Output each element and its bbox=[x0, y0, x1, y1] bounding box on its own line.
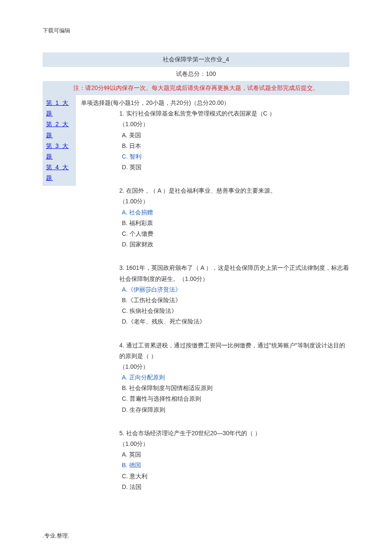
total-score-label: 试卷总分：100 bbox=[43, 67, 349, 81]
option-c[interactable]: C. 疾病社会保险法》 bbox=[119, 306, 349, 316]
question-text: 5. 社会市场经济理论产生于20世纪20—30年代的（ ） bbox=[119, 428, 349, 439]
question-text: 3. 1601年，英国政府颁布了（ A ），这是社会保障历史上第一个正式法律制度… bbox=[119, 263, 349, 273]
main-content: 单项选择题(每小题1分，20小题，共20分)（总分20.00） 1. 实行社会保… bbox=[76, 95, 349, 505]
option-c[interactable]: C. 普遍性与选择性相结合原则 bbox=[119, 393, 349, 404]
sidebar-link-4[interactable]: 第 4 大题 bbox=[43, 162, 76, 183]
option-b[interactable]: B. 德国 bbox=[119, 460, 349, 471]
option-a[interactable]: A. 正向分配原则 bbox=[119, 372, 349, 383]
option-d[interactable]: D. 国家财政 bbox=[119, 239, 349, 250]
option-a[interactable]: A. 美国 bbox=[119, 130, 349, 141]
option-d[interactable]: D.《老年、残疾、死亡保险法》 bbox=[119, 316, 349, 327]
option-d[interactable]: D. 英国 bbox=[119, 162, 349, 173]
question-2: 2. 在国外，（ A ）是社会福利事业、慈善事业的主要来源。 （1.00分） A… bbox=[119, 185, 349, 250]
header-label: 下载可编辑 bbox=[43, 26, 349, 35]
sidebar-link-1[interactable]: 第 1 大题 bbox=[43, 98, 76, 119]
option-b[interactable]: B. 福利彩票 bbox=[119, 218, 349, 228]
notice-text: 注：请20分钟以内保存一次。每大题完成后请先保存再更换大题，试卷试题全部完成后提… bbox=[43, 81, 349, 95]
section-title: 单项选择题(每小题1分，20小题，共20分)（总分20.00） bbox=[81, 95, 349, 108]
question-3: 3. 1601年，英国政府颁布了（ A ），这是社会保障历史上第一个正式法律制度… bbox=[119, 263, 349, 327]
question-5: 5. 社会市场经济理论产生于20世纪20—30年代的（ ） （1.00分） A.… bbox=[119, 428, 349, 492]
question-nav-sidebar: 第 1 大题 第 2 大题 第 3 大题 第 4 大题 bbox=[43, 95, 76, 186]
question-4: 4. 通过工资累进税，通过按缴费工资同一比例缴费，通过"统筹账户"等制度设计达目… bbox=[119, 340, 349, 415]
option-c[interactable]: C. 意大利 bbox=[119, 471, 349, 482]
option-d[interactable]: D. 法国 bbox=[119, 482, 349, 492]
question-score: （1.00分） bbox=[119, 196, 349, 207]
option-a[interactable]: A. 英国 bbox=[119, 449, 349, 460]
question-text: 1. 实行社会保障基金私营竞争管理模式的代表国家是（C ） bbox=[119, 108, 349, 119]
exam-title: 社会保障学第一次作业_4 bbox=[43, 52, 349, 66]
option-c[interactable]: C. 智利 bbox=[119, 151, 349, 162]
option-c[interactable]: C. 个人缴费 bbox=[119, 228, 349, 239]
question-score: 社会保障制度的诞生。（1.00分） bbox=[119, 274, 349, 284]
option-d[interactable]: D. 生存保障原则 bbox=[119, 405, 349, 415]
footer-text: .专业.整理. bbox=[43, 531, 349, 541]
question-text: 2. 在国外，（ A ）是社会福利事业、慈善事业的主要来源。 bbox=[119, 185, 349, 196]
question-text: 4. 通过工资累进税，通过按缴费工资同一比例缴费，通过"统筹账户"等制度设计达目… bbox=[119, 340, 349, 361]
question-1: 1. 实行社会保障基金私营竞争管理模式的代表国家是（C ） （1.00分） A.… bbox=[119, 108, 349, 173]
option-b[interactable]: B. 社会保障制度与国情相适应原则 bbox=[119, 383, 349, 393]
option-a[interactable]: A.《伊丽莎白济贫法》 bbox=[119, 284, 349, 295]
question-score: （1.00分） bbox=[119, 361, 349, 372]
question-score: （1.00分） bbox=[119, 119, 349, 130]
option-a[interactable]: A. 社会捐赠 bbox=[119, 207, 349, 218]
sidebar-link-3[interactable]: 第 3 大题 bbox=[43, 141, 76, 162]
sidebar-link-2[interactable]: 第 2 大题 bbox=[43, 119, 76, 140]
option-b[interactable]: B.《工伤社会保险法》 bbox=[119, 295, 349, 306]
question-score: （1.00分） bbox=[119, 439, 349, 449]
option-b[interactable]: B. 日本 bbox=[119, 141, 349, 151]
